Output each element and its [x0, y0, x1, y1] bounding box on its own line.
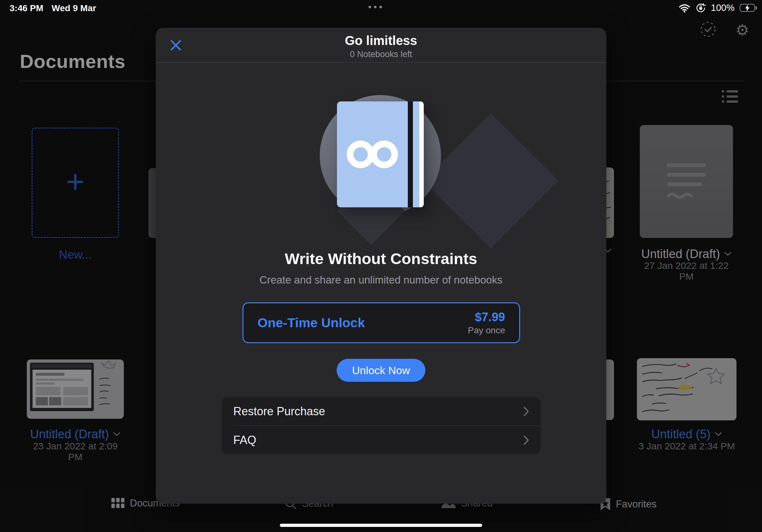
- ipad-screen: Documents ⚙ + New...: [0, 0, 762, 532]
- battery-icon: [740, 4, 757, 12]
- chevron-right-icon: [523, 406, 529, 417]
- faq-label: FAQ: [233, 433, 256, 447]
- faq-row[interactable]: FAQ: [222, 426, 541, 454]
- multitasking-dots-icon[interactable]: [369, 6, 382, 8]
- home-indicator[interactable]: [280, 524, 482, 527]
- battery-percent: 100%: [711, 3, 734, 13]
- status-bar: 3:46 PM Wed 9 Mar 100%: [0, 0, 762, 15]
- unlock-now-button[interactable]: Unlock Now: [337, 359, 425, 382]
- paywall-modal: Go limitless 0 Notebooks left Write With…: [156, 28, 606, 503]
- paywall-headline: Write Without Constraints: [156, 250, 606, 268]
- infinity-icon: [345, 140, 400, 169]
- one-time-unlock-option[interactable]: One-Time Unlock $7.99 Pay once: [243, 302, 520, 343]
- status-left: 3:46 PM Wed 9 Mar: [10, 3, 96, 13]
- links-group: Restore Purchase FAQ: [222, 397, 541, 454]
- orientation-lock-icon: [696, 3, 706, 13]
- date: Wed 9 Mar: [52, 3, 96, 13]
- chevron-right-icon: [523, 435, 529, 445]
- plan-price: $7.99: [468, 310, 505, 324]
- illustration-shadow: [423, 113, 559, 248]
- notebook-pages: [419, 101, 424, 207]
- charging-bolt-icon: [745, 4, 750, 12]
- notebook-back: [413, 101, 419, 207]
- clock: 3:46 PM: [10, 3, 43, 13]
- notebook-illustration: [337, 101, 424, 207]
- wifi-icon: [678, 4, 691, 13]
- plan-pricing: $7.99 Pay once: [468, 310, 505, 336]
- plan-name: One-Time Unlock: [258, 315, 365, 330]
- notebook-band: [408, 101, 413, 207]
- status-right: 100%: [678, 3, 757, 13]
- modal-header: Go limitless 0 Notebooks left: [156, 28, 606, 63]
- modal-title: Go limitless: [156, 33, 606, 48]
- notebook-cover: [337, 101, 408, 207]
- plan-billing: Pay once: [468, 325, 505, 336]
- notebooks-left-badge: 0 Notebooks left: [156, 49, 606, 59]
- restore-purchase-label: Restore Purchase: [233, 405, 325, 418]
- restore-purchase-row[interactable]: Restore Purchase: [222, 397, 541, 426]
- paywall-description: Create and share an unlimited number of …: [156, 274, 606, 286]
